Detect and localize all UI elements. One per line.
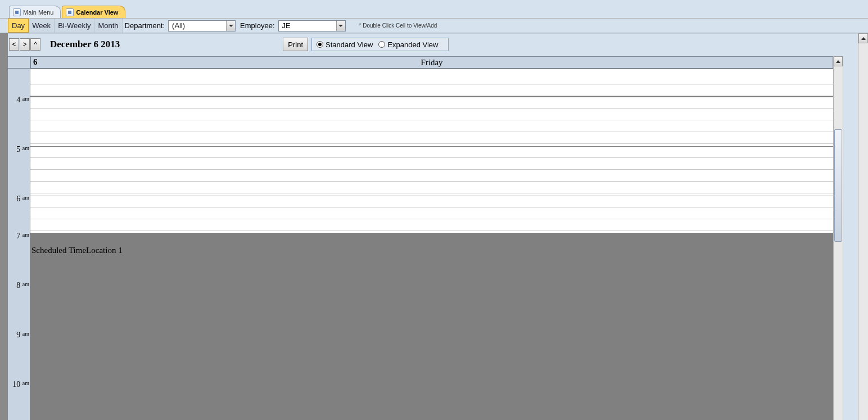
- print-button[interactable]: Print: [283, 38, 308, 51]
- department-combo[interactable]: (All): [168, 20, 236, 31]
- view-range-tabs: Day Week Bi-Weekly Month: [8, 19, 123, 33]
- next-button[interactable]: >: [20, 38, 30, 51]
- hour-label: 4 am: [8, 96, 30, 105]
- employee-value: JE: [282, 21, 291, 30]
- time-cell[interactable]: [30, 109, 833, 120]
- time-grid: 4 am5 am6 am7 am8 am9 am10 am Scheduled …: [8, 69, 833, 420]
- radio-standard-view[interactable]: Standard View: [317, 40, 373, 49]
- hour-label: 9 am: [8, 331, 30, 340]
- hour-label: 10 am: [8, 380, 30, 389]
- radio-icon: [378, 41, 385, 48]
- prev-button[interactable]: <: [9, 38, 19, 51]
- time-cell[interactable]: [30, 132, 833, 144]
- document-tabs: Main Menu Calendar View: [0, 0, 868, 19]
- time-cell[interactable]: [30, 207, 833, 219]
- view-tab-day[interactable]: Day: [8, 19, 29, 33]
- hour-block[interactable]: 6 am: [30, 196, 833, 231]
- dropdown-icon[interactable]: [336, 21, 345, 31]
- dropdown-icon[interactable]: [226, 21, 235, 31]
- employee-label: Employee:: [238, 21, 278, 30]
- hour-label: 5 am: [8, 145, 30, 154]
- radio-label: Standard View: [326, 40, 373, 49]
- time-cell[interactable]: [30, 158, 833, 170]
- hint-text: * Double Click Cell to View/Add: [359, 22, 437, 29]
- day-header-row: 6 Friday: [8, 56, 833, 69]
- radio-label: Expanded View: [387, 40, 438, 49]
- time-gutter: [8, 69, 30, 420]
- radio-expanded-view[interactable]: Expanded View: [378, 40, 438, 49]
- time-cell[interactable]: [30, 233, 833, 245]
- time-gutter-header: [8, 57, 30, 68]
- time-cell[interactable]: [30, 196, 833, 207]
- tab-main-menu[interactable]: Main Menu: [9, 6, 61, 18]
- employee-combo[interactable]: JE: [278, 20, 346, 31]
- calendar-grid-wrap: 6 Friday 4 am5 am6 am7 am8 am9 am10 am S…: [8, 56, 833, 420]
- form-icon: [66, 8, 74, 16]
- time-cell[interactable]: [30, 146, 833, 158]
- view-tab-week[interactable]: Week: [29, 19, 55, 33]
- event-title: Scheduled TimeLocation 1: [31, 246, 123, 255]
- tab-label: Main Menu: [23, 9, 53, 16]
- time-cell[interactable]: [30, 182, 833, 193]
- window-scrollbar[interactable]: [858, 33, 868, 420]
- scroll-up-icon[interactable]: [834, 56, 843, 66]
- form-icon: [13, 8, 21, 16]
- scroll-up-icon[interactable]: [858, 33, 868, 43]
- nav-row: < > ^ December 6 2013 Print Standard Vie…: [8, 34, 860, 53]
- time-cell[interactable]: [30, 219, 833, 231]
- tab-calendar-view[interactable]: Calendar View: [62, 6, 125, 18]
- time-cell[interactable]: [30, 120, 833, 132]
- hour-label: 7 am: [8, 232, 30, 241]
- radio-icon: [317, 41, 323, 48]
- department-value: (All): [172, 21, 185, 30]
- scroll-thumb[interactable]: [834, 129, 842, 242]
- hour-label: 6 am: [8, 195, 30, 204]
- calendar-content: < > ^ December 6 2013 Print Standard Vie…: [8, 33, 860, 420]
- time-cell[interactable]: [30, 97, 833, 109]
- view-tab-month[interactable]: Month: [94, 19, 122, 33]
- view-tab-biweekly[interactable]: Bi-Weekly: [55, 19, 94, 33]
- hour-block[interactable]: 4 am: [30, 97, 833, 144]
- hour-block[interactable]: 5 am: [30, 146, 833, 193]
- allday-area[interactable]: [30, 69, 833, 97]
- calendar-scrollbar[interactable]: [833, 56, 843, 420]
- day-number: 6: [33, 57, 38, 67]
- day-column-header[interactable]: 6 Friday: [30, 57, 833, 68]
- view-mode-group: Standard View Expanded View: [311, 38, 449, 51]
- hour-label: 8 am: [8, 281, 30, 290]
- department-label: Department:: [123, 21, 169, 30]
- time-cell[interactable]: [30, 170, 833, 182]
- event-block[interactable]: Scheduled TimeLocation 1: [30, 245, 833, 420]
- day-name: Friday: [421, 58, 442, 67]
- tab-label: Calendar View: [76, 9, 118, 16]
- filter-toolbar: Day Week Bi-Weekly Month Department: (Al…: [0, 19, 868, 33]
- up-button[interactable]: ^: [30, 38, 40, 51]
- date-heading: December 6 2013: [50, 39, 120, 50]
